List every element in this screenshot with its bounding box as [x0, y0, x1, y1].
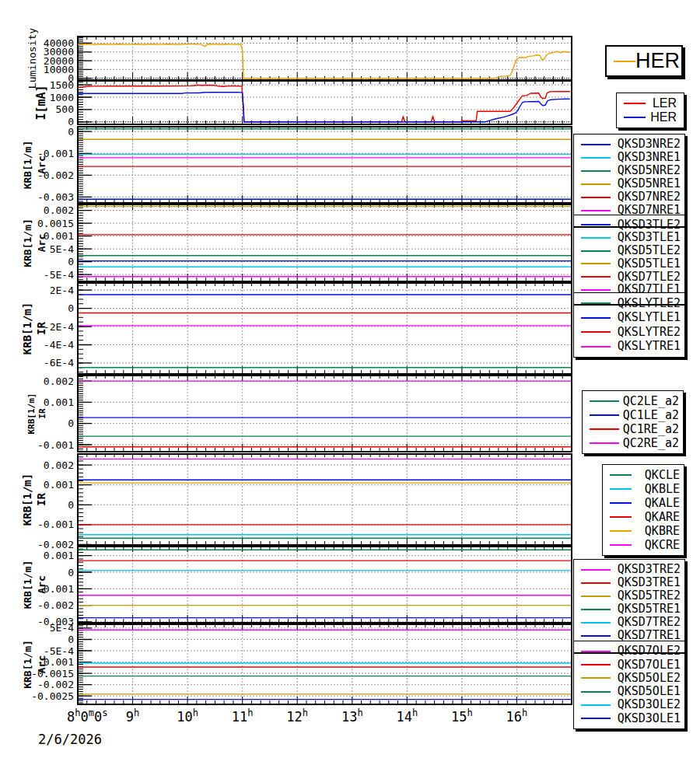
x-ticks — [78, 284, 572, 373]
legend-line-sample — [581, 224, 611, 225]
panel-frame — [78, 81, 572, 124]
panel-frame — [78, 376, 572, 452]
legend-entry: QKSD3TLE2 — [574, 218, 684, 232]
panel-frame — [78, 454, 572, 545]
x-tick-label: 10h — [177, 707, 198, 725]
y-tick-label: 0.001 — [44, 479, 74, 491]
axis-title-krb-arc-tle: Arc — [36, 234, 47, 252]
panel-luminosity: 400003000020000100000 — [44, 37, 572, 84]
legend-entry-label: QKSLYTLE1 — [611, 312, 684, 323]
legend-entry-label: QKSD5NRE2 — [611, 165, 684, 176]
legend-line-sample — [581, 263, 611, 264]
legend-entry: QKBLE — [603, 482, 684, 496]
x-ticks — [78, 547, 572, 622]
legend-entry: QKSLYTRE2 — [574, 325, 684, 340]
legend-entry-label: QKSD5TRE2 — [611, 590, 684, 602]
legend-line-sample — [581, 582, 611, 584]
legend-entry: QKSD5NRE1 — [574, 177, 684, 190]
y-tick-label: 0 — [68, 499, 74, 511]
legend-entry-label: QKBRE — [632, 526, 684, 537]
legend-entry-label: QKSD3OLE1 — [611, 713, 684, 725]
legend-krb-arc-ole: QKSD7OLE2QKSD7OLE1QKSD5OLE2QKSD5OLE1QKSD… — [573, 641, 685, 729]
panel-krb-arc-tle: 0.0020.00150.0015E-40-5E-4 — [37, 204, 572, 281]
legend-krb-arc-tre: QKSD3TRE2QKSD3TRE1QKSD5TRE2QKSD5TRE1QKSD… — [573, 559, 685, 646]
legend-entry-label: QKARE — [632, 512, 684, 523]
y-tick-label: -0.0025 — [31, 690, 74, 702]
panel-frame — [78, 547, 572, 623]
y-tick-label: -0.002 — [37, 599, 74, 611]
panel-frame — [78, 624, 572, 704]
y-tick-label: 0.0015 — [37, 218, 74, 229]
y-tick-label: 0 — [68, 302, 74, 314]
legend-line-sample — [581, 569, 611, 571]
y-minor-ticks — [78, 205, 83, 280]
y-tick-label: 1000 — [50, 92, 74, 103]
trace-LER-beam-current — [78, 86, 570, 122]
legend-entry-label: QKSD5TLE2 — [611, 245, 684, 257]
x-ticks — [78, 625, 572, 704]
y-minor-ticks — [78, 82, 83, 122]
y-tick-label: 0.002 — [44, 204, 74, 216]
panel-krb-ir-qksly: 2E-40-2E-4-4E-4-6E-4 — [44, 283, 572, 374]
legend-line-sample — [614, 61, 635, 62]
legend-line-sample — [581, 346, 611, 348]
legend-entry-label: QKSD3TLE1 — [611, 232, 684, 243]
legend-line-sample — [581, 664, 611, 665]
legend-entry-label: QKSD3OLE2 — [611, 699, 684, 711]
legend-entry: QKBRE — [603, 524, 684, 538]
y-tick-label: 1500 — [50, 79, 74, 91]
legend-beam-current: LERHER — [616, 93, 684, 128]
legend-luminosity-her: HER — [605, 45, 683, 77]
x-tick-label: 13h — [341, 707, 363, 725]
trace-HER-beam-current — [78, 93, 570, 122]
legend-entry-label: QC2LE_a2 — [619, 396, 683, 407]
y-tick-label: 0 — [68, 567, 74, 578]
y-tick-label: 5E-4 — [50, 622, 74, 634]
legend-entry-label: QKSLYTRE2 — [611, 327, 684, 338]
x-tick-label: 15h — [451, 707, 473, 725]
legend-entry-label: HER — [635, 51, 686, 72]
axis-title-krb-ir-qk: KRB[1/m] — [21, 473, 33, 526]
legend-line-sample — [590, 414, 619, 416]
y-tick-label: -4E-4 — [44, 339, 74, 351]
x-ticks — [78, 37, 572, 79]
y-tick-label: 5E-4 — [50, 243, 74, 255]
axis-title-krb-arc-nre: Arc — [36, 155, 47, 173]
y-tick-label: 0.002 — [44, 376, 74, 387]
legend-entry-label: QKSD5TLE1 — [611, 258, 684, 270]
legend-entry: HER — [607, 50, 681, 72]
legend-line-sample — [610, 544, 632, 546]
legend-entry: QKSD5TLE2 — [574, 244, 684, 257]
y-tick-label: -6E-4 — [44, 357, 74, 369]
panel-beam-current: 150010005000 — [50, 79, 572, 128]
legend-entry: QKSD3OLE2 — [574, 698, 684, 711]
gridlines — [79, 128, 571, 202]
legend-line-sample — [581, 609, 611, 610]
y-major-ticks — [78, 85, 92, 122]
x-axis-date-label: 2/6/2026 — [38, 732, 102, 747]
y-tick-label: -0.001 — [37, 519, 74, 530]
legend-entry-label: QKSD3TRE2 — [611, 564, 684, 575]
gridlines — [79, 376, 571, 451]
legend-entry: QKSD5OLE1 — [574, 685, 684, 698]
legend-line-sample — [581, 250, 611, 252]
x-tick-label: 8h0m0s — [67, 707, 107, 725]
legend-entry: QKSD5TLE1 — [574, 257, 684, 271]
axis-title-krb-arc-tle: KRB[1/m] — [22, 218, 33, 267]
legend-entry-label: QKBLE — [632, 484, 684, 495]
y-tick-label: 500 — [56, 103, 74, 115]
legend-entry: QKSD5TRE1 — [574, 603, 684, 616]
gridlines — [79, 82, 571, 124]
y-tick-label: -0.002 — [37, 679, 74, 690]
legend-entry: QKSD7OLE1 — [574, 658, 684, 671]
gridlines — [79, 205, 571, 281]
legend-line-sample — [624, 103, 646, 104]
gridlines — [79, 284, 571, 373]
legend-entry-label: QC1LE_a2 — [619, 410, 683, 421]
legend-overlap-line — [574, 652, 684, 654]
legend-krb-ir-qksly: QKSLYTLE2QKSLYTLE1QKSLYTRE2QKSLYTRE1 — [573, 292, 685, 358]
legend-entry-label: QKCLE — [632, 470, 684, 481]
y-tick-label: 0 — [68, 417, 74, 429]
legend-line-sample — [581, 704, 611, 706]
beam-monitor-chart: 400003000020000100000Luminosity150010005… — [0, 0, 700, 765]
